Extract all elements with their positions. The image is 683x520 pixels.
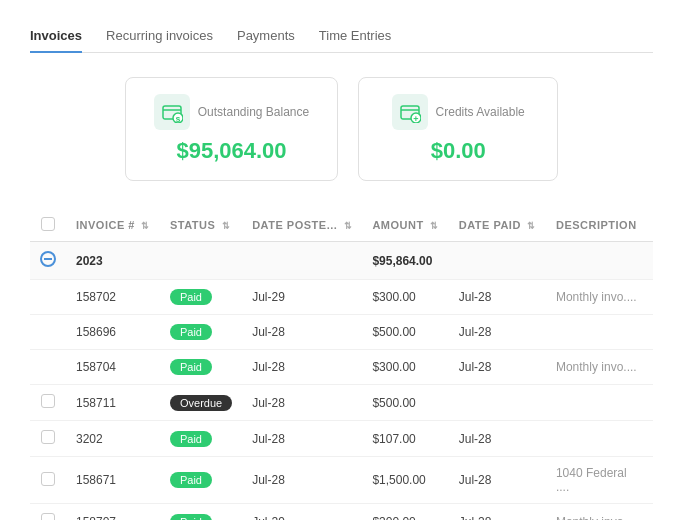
summary-cards: $ Outstanding Balance $95,064.00 + Credi…: [30, 77, 653, 181]
table-row: 158707PaidJul-29$300.00Jul-28Monthly inv…: [30, 504, 653, 521]
cell-invoice-num: 2023: [66, 242, 160, 280]
outstanding-balance-label: Outstanding Balance: [198, 105, 309, 119]
col-date-posted[interactable]: DATE POSTE... ⇅: [242, 209, 362, 242]
status-badge: Paid: [170, 514, 212, 521]
cell-invoice-num: 158702: [66, 280, 160, 315]
cell-locked-docs: [647, 350, 653, 385]
sort-icon-amount: ⇅: [430, 221, 439, 231]
cell-description: 1040 Federal ....: [546, 457, 647, 504]
table-row: 158696PaidJul-28$500.00Jul-28: [30, 315, 653, 350]
cell-date-posted: Jul-29: [242, 504, 362, 521]
row-checkbox[interactable]: [41, 394, 55, 408]
cell-amount: $500.00: [362, 315, 448, 350]
cell-amount: $1,500.00: [362, 457, 448, 504]
sort-icon-invoice: ⇅: [141, 221, 150, 231]
svg-text:+: +: [413, 114, 418, 124]
credits-available-icon: +: [392, 94, 428, 130]
cell-date-paid: Jul-28: [449, 457, 546, 504]
cell-description: [546, 421, 647, 457]
cell-amount: $500.00: [362, 385, 448, 421]
cell-amount: $300.00: [362, 504, 448, 521]
sort-icon-date-posted: ⇅: [344, 221, 353, 231]
status-badge: Overdue: [170, 395, 232, 411]
outstanding-balance-icon: $: [154, 94, 190, 130]
cell-invoice-num: 158707: [66, 504, 160, 521]
status-badge: Paid: [170, 289, 212, 305]
cell-description: Monthly invo....: [546, 350, 647, 385]
cell-date-paid: Jul-28: [449, 350, 546, 385]
cell-locked-docs: [647, 315, 653, 350]
table-row: 2023$95,864.00: [30, 242, 653, 280]
status-badge: Paid: [170, 324, 212, 340]
cell-status: Paid: [160, 315, 242, 350]
col-amount[interactable]: AMOUNT ⇅: [362, 209, 448, 242]
cell-locked-docs: [647, 280, 653, 315]
cell-status: Overdue: [160, 385, 242, 421]
cell-checkbox: [30, 242, 66, 280]
col-invoice-num[interactable]: INVOICE # ⇅: [66, 209, 160, 242]
col-locked-docs: LOCKED DOCS: [647, 209, 653, 242]
cell-date-paid: Jul-28: [449, 315, 546, 350]
cell-date-paid: [449, 242, 546, 280]
svg-text:$: $: [176, 115, 181, 124]
cell-locked-docs: [647, 242, 653, 280]
cell-locked-docs: [647, 385, 653, 421]
status-badge: Paid: [170, 472, 212, 488]
invoices-table-container: INVOICE # ⇅ STATUS ⇅ DATE POSTE... ⇅ AMO…: [30, 209, 653, 520]
cell-date-paid: Jul-28: [449, 504, 546, 521]
cell-status: Paid: [160, 350, 242, 385]
cell-locked-docs: [647, 457, 653, 504]
credits-available-label: Credits Available: [436, 105, 525, 119]
cell-date-posted: Jul-29: [242, 280, 362, 315]
cell-amount: $107.00: [362, 421, 448, 457]
cell-date-posted: Jul-28: [242, 421, 362, 457]
table-row: 158671PaidJul-28$1,500.00Jul-281040 Fede…: [30, 457, 653, 504]
cell-checkbox: [30, 421, 66, 457]
col-date-paid[interactable]: DATE PAID ⇅: [449, 209, 546, 242]
cell-status: Paid: [160, 504, 242, 521]
sort-icon-status: ⇅: [222, 221, 231, 231]
cell-status: [160, 242, 242, 280]
card-header-credits: + Credits Available: [392, 94, 525, 130]
col-status[interactable]: STATUS ⇅: [160, 209, 242, 242]
card-header-outstanding: $ Outstanding Balance: [154, 94, 309, 130]
cell-description: [546, 385, 647, 421]
credits-available-amount: $0.00: [431, 138, 486, 164]
tab-payments[interactable]: Payments: [237, 20, 295, 53]
cell-invoice-num: 158671: [66, 457, 160, 504]
header-checkbox[interactable]: [41, 217, 55, 231]
col-checkbox: [30, 209, 66, 242]
tab-invoices[interactable]: Invoices: [30, 20, 82, 53]
cell-description: Monthly invo....: [546, 280, 647, 315]
cell-invoice-num: 158711: [66, 385, 160, 421]
cell-date-paid: Jul-28: [449, 280, 546, 315]
cell-date-posted: Jul-28: [242, 350, 362, 385]
cell-date-paid: Jul-28: [449, 421, 546, 457]
cell-status: Paid: [160, 280, 242, 315]
row-checkbox[interactable]: [41, 513, 55, 520]
tabs-nav: Invoices Recurring invoices Payments Tim…: [30, 20, 653, 53]
cell-checkbox: [30, 385, 66, 421]
table-row: 158702PaidJul-29$300.00Jul-28Monthly inv…: [30, 280, 653, 315]
cell-date-paid: [449, 385, 546, 421]
row-checkbox[interactable]: [41, 472, 55, 486]
cell-checkbox: [30, 457, 66, 504]
cell-date-posted: [242, 242, 362, 280]
cell-status: Paid: [160, 457, 242, 504]
col-description: DESCRIPTION: [546, 209, 647, 242]
cell-invoice-num: 158704: [66, 350, 160, 385]
table-row: 158711OverdueJul-28$500.00: [30, 385, 653, 421]
cell-invoice-num: 158696: [66, 315, 160, 350]
table-row: 3202PaidJul-28$107.00Jul-28: [30, 421, 653, 457]
table-body: 2023$95,864.00158702PaidJul-29$300.00Jul…: [30, 242, 653, 521]
table-row: 158704PaidJul-28$300.00Jul-28Monthly inv…: [30, 350, 653, 385]
cell-amount: $300.00: [362, 280, 448, 315]
row-checkbox[interactable]: [41, 430, 55, 444]
status-badge: Paid: [170, 431, 212, 447]
tab-time-entries[interactable]: Time Entries: [319, 20, 391, 53]
cell-description: Monthly invo....: [546, 504, 647, 521]
cell-locked-docs: [647, 421, 653, 457]
minus-icon[interactable]: [40, 251, 56, 267]
tab-recurring-invoices[interactable]: Recurring invoices: [106, 20, 213, 53]
cell-amount: $300.00: [362, 350, 448, 385]
